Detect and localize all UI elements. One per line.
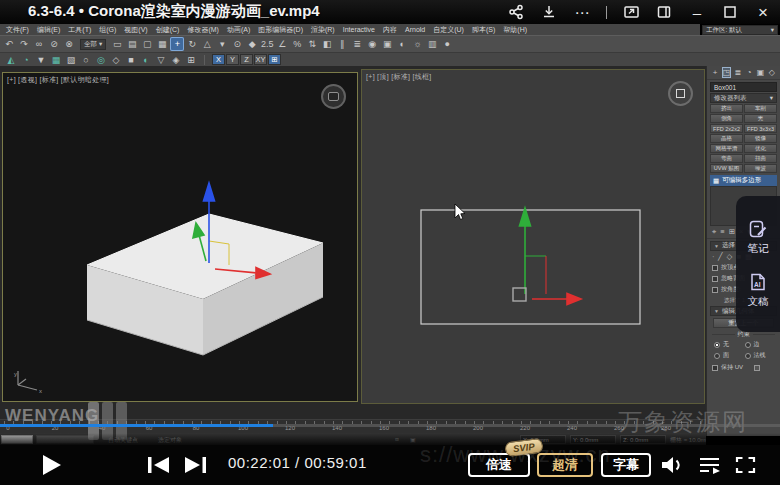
modifier-button[interactable]: 车削 <box>744 104 777 113</box>
toolbar-icon[interactable]: ○ <box>79 53 93 67</box>
toolbar-icon[interactable]: ◈ <box>169 53 183 67</box>
axis-constraint-z[interactable]: Z <box>240 54 253 65</box>
menu-item[interactable]: 创建(C) <box>152 25 184 35</box>
preserve-uv-option[interactable]: 保持 UV <box>707 362 780 373</box>
select-object-icon[interactable]: ▭ <box>110 37 124 51</box>
box-model-3d[interactable] <box>3 73 358 402</box>
render-frame-icon[interactable]: ▥ <box>425 37 439 51</box>
vertex-mode-icon[interactable]: ∙ <box>712 253 714 261</box>
toolbar-icon[interactable]: ◭ <box>4 53 18 67</box>
fullscreen-icon[interactable] <box>735 456 756 474</box>
utilities-tab-icon[interactable]: ◇ <box>768 67 776 78</box>
xy-plane-flyout-icon[interactable]: ⊞ <box>268 54 281 65</box>
snap-toggle-icon[interactable]: 2.5 <box>260 37 274 51</box>
box-wireframe-top[interactable] <box>362 70 705 404</box>
modifier-button[interactable]: 网格平滑 <box>710 144 743 153</box>
minimize-icon[interactable]: – <box>688 3 706 21</box>
modifier-button[interactable]: 镜像 <box>744 134 777 143</box>
modifier-button[interactable]: FFD 3x3x3 <box>744 124 777 133</box>
menu-item[interactable]: 自定义(U) <box>429 25 468 35</box>
toolbar-icon[interactable]: ⊞ <box>184 53 198 67</box>
object-name-field[interactable]: Box001 <box>710 82 777 92</box>
close-icon[interactable]: × <box>754 3 772 21</box>
video-progress-bar[interactable] <box>0 424 780 427</box>
align-icon[interactable]: ∥ <box>335 37 349 51</box>
toolbar-icon[interactable]: ▦ <box>49 53 63 67</box>
menu-item[interactable]: 帮助(H) <box>499 25 531 35</box>
menu-item[interactable]: 脚本(S) <box>468 25 499 35</box>
checkbox[interactable] <box>712 265 718 271</box>
select-and-link-icon[interactable]: ∞ <box>32 37 46 51</box>
material-editor-icon[interactable]: ◐ <box>395 37 409 51</box>
workspace-selector[interactable]: 工作区: 默认 ▾ <box>702 25 778 35</box>
select-and-move-icon[interactable]: + <box>170 37 184 51</box>
toolbar-icon[interactable]: ■ <box>124 53 138 67</box>
preserve-uv-settings-button[interactable] <box>754 365 760 371</box>
share-icon[interactable] <box>507 3 525 21</box>
select-by-name-icon[interactable]: ▤ <box>125 37 139 51</box>
hierarchy-tab-icon[interactable]: ≣ <box>734 67 742 78</box>
constraint-radio[interactable]: 无 <box>714 340 743 349</box>
constraint-radio[interactable]: 面 <box>714 351 743 360</box>
next-button[interactable] <box>183 455 208 475</box>
undo-icon[interactable]: ↶ <box>2 37 16 51</box>
redo-icon[interactable]: ↷ <box>17 37 31 51</box>
render-icon[interactable]: ● <box>440 37 454 51</box>
playlist-icon[interactable] <box>698 456 721 474</box>
toolbar-icon[interactable]: ▧ <box>64 53 78 67</box>
modifier-list-dropdown[interactable]: 修改器列表 ▾ <box>710 93 777 103</box>
select-and-manipulate-icon[interactable]: ◆ <box>245 37 259 51</box>
volume-icon[interactable] <box>660 455 685 475</box>
toolbar-icon[interactable]: ◇ <box>109 53 123 67</box>
modifier-button[interactable]: 晶格 <box>710 134 743 143</box>
more-icon[interactable]: ⋯ <box>573 3 591 21</box>
maximize-icon[interactable] <box>721 3 739 21</box>
modifier-button[interactable]: 噪波 <box>744 164 777 173</box>
use-pivot-center-icon[interactable]: ⊙ <box>230 37 244 51</box>
axis-constraint-xy[interactable]: XY <box>254 54 267 65</box>
bind-to-space-warp-icon[interactable]: ⊗ <box>62 37 76 51</box>
menu-item[interactable]: 组(G) <box>95 25 120 35</box>
modify-tab-icon[interactable]: ◳ <box>722 67 730 78</box>
selection-filter-dropdown[interactable]: 全部▾ <box>80 39 106 50</box>
toolbar-icon[interactable]: ▼ <box>34 53 48 67</box>
docs-button[interactable]: AI 文稿 <box>748 272 769 309</box>
modifier-button[interactable]: 挤出 <box>710 104 743 113</box>
create-tab-icon[interactable]: + <box>711 67 719 78</box>
modifier-button[interactable]: 弯曲 <box>710 154 743 163</box>
viewport-top[interactable]: [+] [顶] [标准] [线框] <box>361 69 705 404</box>
viewport-label[interactable]: [+] [顶] [标准] [线框] <box>366 72 432 82</box>
modifier-button[interactable]: 倒角 <box>710 114 743 123</box>
modifier-button[interactable]: 壳 <box>744 114 777 123</box>
render-setup-icon[interactable]: ☼ <box>410 37 424 51</box>
menu-item[interactable]: 图形编辑器(D) <box>254 25 307 35</box>
toolbar-icon[interactable]: ◐ <box>139 53 153 67</box>
curve-editor-icon[interactable]: ◉ <box>365 37 379 51</box>
menu-item[interactable]: 动画(A) <box>223 25 254 35</box>
rectangular-selection-icon[interactable]: ▢ <box>140 37 154 51</box>
constraint-radio[interactable]: 法线 <box>745 351 774 360</box>
axis-constraint-x[interactable]: X <box>212 54 225 65</box>
notes-button[interactable]: 笔记 <box>748 219 769 256</box>
select-and-rotate-icon[interactable]: ↻ <box>185 37 199 51</box>
spinner-snap-icon[interactable]: ⇅ <box>305 37 319 51</box>
modifier-stack-selected[interactable]: ▦ 可编辑多边形 <box>710 175 777 186</box>
viewport-label[interactable]: [+] [透视] [标准] [默认明暗处理] <box>7 75 109 85</box>
previous-button[interactable] <box>146 455 171 475</box>
modifier-button[interactable]: FFD 2x2x2 <box>710 124 743 133</box>
select-and-scale-icon[interactable]: △ <box>200 37 214 51</box>
percent-snap-icon[interactable]: % <box>290 37 304 51</box>
menu-item[interactable]: 渲染(R) <box>307 25 339 35</box>
menu-item[interactable]: 文件(F) <box>2 25 33 35</box>
download-icon[interactable] <box>540 3 558 21</box>
toolbar-icon[interactable]: ◔ <box>19 53 33 67</box>
crossing-selection-icon[interactable]: ▦ <box>155 37 169 51</box>
display-tab-icon[interactable]: ▣ <box>756 67 764 78</box>
viewcube-icon[interactable] <box>668 81 693 106</box>
border-mode-icon[interactable]: ◇ <box>727 253 733 261</box>
menu-item[interactable]: 内容 <box>379 25 401 35</box>
toolbar-icon[interactable]: ▽ <box>154 53 168 67</box>
constraint-radio[interactable]: 边 <box>745 340 774 349</box>
menu-item[interactable]: 视图(V) <box>120 25 151 35</box>
menu-item[interactable]: 修改器(M) <box>183 25 223 35</box>
